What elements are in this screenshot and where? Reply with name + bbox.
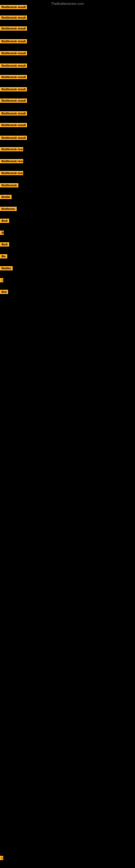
bottleneck-badge: | bbox=[0, 856, 3, 860]
bottleneck-badge: Bottleneck resu bbox=[0, 171, 23, 175]
bottleneck-result-row: Bottleneck result bbox=[0, 51, 27, 56]
bottleneck-badge: Bottleneck result bbox=[0, 87, 27, 91]
bottleneck-result-row: Bottleneck result bbox=[0, 5, 27, 10]
bottleneck-result-row: B bbox=[0, 230, 4, 236]
bottleneck-result-row: Bottleneck bbox=[0, 183, 18, 188]
bottleneck-badge: Bo bbox=[0, 254, 7, 258]
bottleneck-badge: Bott bbox=[0, 242, 9, 247]
bottleneck-badge: Bott bbox=[0, 219, 9, 223]
bottleneck-badge: Bottleneck result bbox=[0, 75, 27, 79]
bottleneck-badge: Bottlenec bbox=[0, 207, 17, 211]
bottleneck-result-row: Bottleneck result bbox=[0, 16, 27, 21]
bottleneck-result-row: Bottleneck result bbox=[0, 111, 27, 117]
bottleneck-badge: Bottleneck resu bbox=[0, 147, 23, 151]
bottleneck-result-row: Bottler bbox=[0, 266, 13, 272]
bottleneck-badge: Bottleneck result bbox=[0, 51, 27, 55]
bottleneck-badge: Bottleneck result bbox=[0, 63, 27, 68]
bottleneck-badge: Bottleneck result bbox=[0, 39, 27, 43]
bottleneck-badge: B bbox=[0, 230, 4, 235]
bottleneck-result-row: Bottleneck result bbox=[0, 75, 27, 80]
bottleneck-badge: Bottleneck result bbox=[0, 5, 27, 9]
bottleneck-result-row: Bott bbox=[0, 242, 9, 248]
bottleneck-result-row: Bottleneck result bbox=[0, 135, 27, 141]
bottleneck-badge: Bot bbox=[0, 290, 8, 294]
bottleneck-result-row: Bottleneck result bbox=[0, 98, 27, 104]
bottleneck-badge: Bottleneck result bbox=[0, 16, 27, 20]
bottleneck-result-row: Bottleneck resu bbox=[0, 171, 23, 176]
bottleneck-result-row: Bottleneck result bbox=[0, 39, 27, 44]
bottleneck-badge: Bottleneck bbox=[0, 183, 18, 187]
bottleneck-badge: Bottler bbox=[0, 266, 13, 271]
bottleneck-badge: Bottleneck result bbox=[0, 111, 27, 116]
bottleneck-badge: Bottleneck resu bbox=[0, 159, 23, 163]
bottleneck-result-row: | bbox=[0, 278, 3, 283]
bottleneck-result-row: Bot bbox=[0, 290, 8, 295]
bottleneck-badge: Bottleneck result bbox=[0, 123, 27, 127]
bottleneck-badge: Bottle bbox=[0, 195, 12, 199]
bottleneck-result-row: Bottleneck result bbox=[0, 26, 27, 32]
bottleneck-badge: Bottleneck result bbox=[0, 98, 27, 103]
bottleneck-result-row: Bottleneck resu bbox=[0, 147, 23, 152]
bottleneck-badge: Bottleneck result bbox=[0, 135, 27, 140]
bottleneck-result-row: Bottlenec bbox=[0, 207, 17, 212]
bottleneck-result-row: | bbox=[0, 856, 3, 861]
bottleneck-result-row: Bottleneck result bbox=[0, 63, 27, 69]
bottleneck-result-row: Bottle bbox=[0, 195, 12, 200]
bottleneck-result-row: Bottleneck resu bbox=[0, 159, 23, 164]
bottleneck-badge: Bottleneck result bbox=[0, 26, 27, 31]
bottleneck-result-row: Bo bbox=[0, 254, 7, 259]
bottleneck-result-row: Bottleneck result bbox=[0, 123, 27, 128]
bottleneck-result-row: Bott bbox=[0, 219, 9, 224]
bottleneck-result-row: Bottleneck result bbox=[0, 87, 27, 93]
bottleneck-badge: | bbox=[0, 278, 3, 282]
